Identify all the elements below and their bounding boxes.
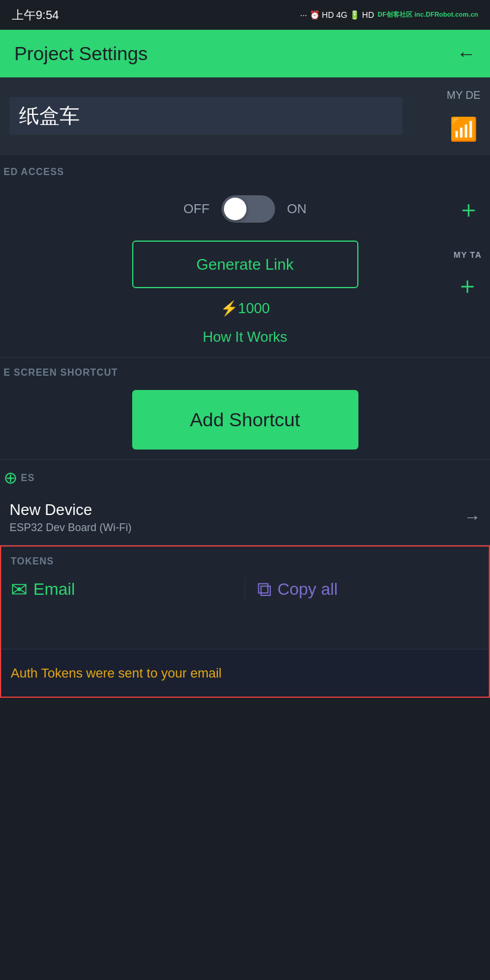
toggle-off-label: OFF bbox=[183, 201, 210, 217]
token-empty-area bbox=[1, 613, 489, 649]
device-name: New Device bbox=[10, 501, 464, 519]
device-row[interactable]: New Device ESP32 Dev Board (Wi-Fi) → bbox=[0, 490, 490, 545]
generate-link-button[interactable]: Generate Link bbox=[132, 241, 358, 288]
toggle-on-label: ON bbox=[287, 201, 307, 217]
devices-section-label: ES bbox=[21, 473, 35, 483]
notification-bar: Auth Tokens were sent to your email bbox=[1, 649, 489, 697]
notification-text: Auth Tokens were sent to your email bbox=[11, 666, 221, 681]
shared-access-label: ED ACCESS bbox=[0, 155, 490, 183]
app-bar: Project Settings ← bbox=[0, 30, 490, 77]
add-shortcut-button[interactable]: Add Shortcut bbox=[132, 390, 358, 450]
status-time: 上午9:54 bbox=[12, 7, 59, 23]
how-it-works-link[interactable]: How It Works bbox=[0, 323, 490, 357]
screen-shortcut-section: E SCREEN SHORTCUT Add Shortcut bbox=[0, 358, 490, 450]
copy-icon: ⧉ bbox=[257, 578, 271, 601]
shared-access-toggle[interactable] bbox=[221, 195, 275, 223]
devices-header-row: ⊕ ES bbox=[0, 460, 490, 490]
toggle-row: OFF ON ＋ bbox=[0, 183, 490, 235]
page-title: Project Settings bbox=[14, 43, 148, 65]
right-add-device: ＋ bbox=[457, 193, 480, 226]
tokens-section: TOKENS ✉ Email ⧉ Copy all Auth Tokens we… bbox=[0, 545, 490, 698]
email-icon: ✉ bbox=[11, 578, 27, 601]
tokens-section-label: TOKENS bbox=[1, 547, 489, 572]
back-button[interactable]: ← bbox=[457, 43, 476, 65]
wifi-icon: 📶 bbox=[450, 116, 477, 142]
copy-all-label: Copy all bbox=[277, 580, 338, 599]
shared-access-section: ED ACCESS OFF ON ＋ Generate Link ⚡1000 H… bbox=[0, 155, 490, 357]
email-token-button[interactable]: ✉ Email bbox=[11, 578, 233, 601]
my-ta-label: MY TA bbox=[454, 250, 482, 260]
status-icons: ··· ⏰ HD 4G 🔋 HD DF创客社区 inc.DFRobot.com.… bbox=[300, 10, 478, 20]
right-panel-ta: MY TA ＋ bbox=[454, 250, 482, 302]
project-name-input[interactable] bbox=[10, 97, 402, 135]
my-device-label: MY DE bbox=[447, 89, 480, 102]
status-bar: 上午9:54 ··· ⏰ HD 4G 🔋 HD DF创客社区 inc.DFRob… bbox=[0, 0, 490, 30]
my-device-partial-label: MY DE 📶 bbox=[447, 89, 480, 142]
device-info: New Device ESP32 Dev Board (Wi-Fi) bbox=[10, 501, 464, 534]
screen-shortcut-label: E SCREEN SHORTCUT bbox=[0, 358, 490, 384]
add-tab-icon[interactable]: ＋ bbox=[455, 269, 479, 302]
add-device-icon[interactable]: ＋ bbox=[457, 193, 480, 226]
signal-icons: ··· ⏰ HD 4G 🔋 HD bbox=[300, 10, 374, 20]
token-count: ⚡1000 bbox=[0, 294, 490, 323]
device-arrow: → bbox=[464, 508, 480, 527]
token-divider bbox=[245, 578, 245, 601]
main-content: MY DE 📶 ED ACCESS OFF ON ＋ Generate Link… bbox=[0, 77, 490, 698]
copy-all-token-button[interactable]: ⧉ Copy all bbox=[257, 578, 479, 601]
project-name-row: MY DE 📶 bbox=[0, 77, 490, 154]
email-label: Email bbox=[33, 580, 75, 599]
devices-icon: ⊕ bbox=[4, 468, 17, 488]
dfrobot-logo: DF创客社区 inc.DFRobot.com.cn bbox=[377, 11, 478, 18]
tokens-buttons-row: ✉ Email ⧉ Copy all bbox=[1, 572, 489, 613]
toggle-knob bbox=[224, 198, 246, 220]
device-type: ESP32 Dev Board (Wi-Fi) bbox=[10, 522, 464, 534]
devices-section: ⊕ ES New Device ESP32 Dev Board (Wi-Fi) … bbox=[0, 460, 490, 545]
